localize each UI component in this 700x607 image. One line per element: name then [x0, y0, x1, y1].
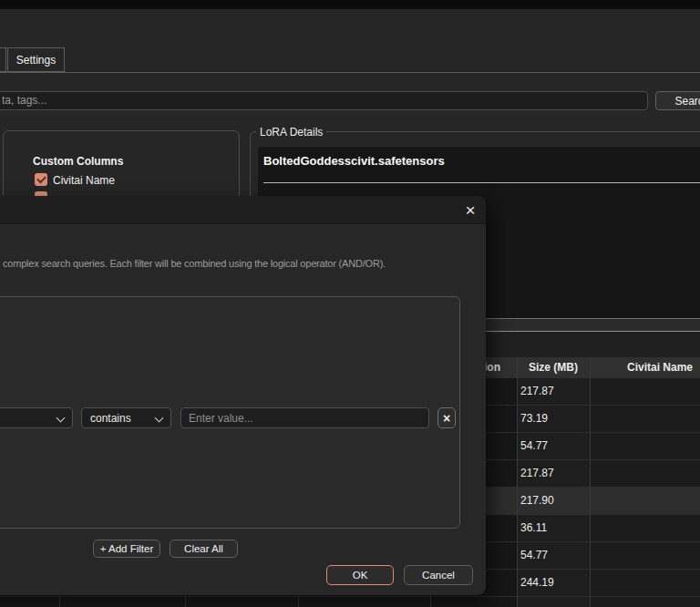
filter-operator-select[interactable]: contains: [81, 407, 171, 428]
filter-value-input[interactable]: [180, 407, 429, 428]
filter-column-select[interactable]: [0, 407, 73, 428]
app-window: Settings ta, tags... Search Custom Colum…: [0, 0, 700, 607]
table-cell-size: 54.77: [520, 433, 548, 459]
custom-columns-title: Custom Columns: [33, 155, 123, 168]
table-cell-size: 217.90: [520, 488, 554, 514]
chevron-down-icon: [155, 414, 164, 423]
tab-settings-label: Settings: [16, 54, 56, 67]
window-top-edge: [0, 0, 700, 9]
checkbox-civitai-name[interactable]: [35, 173, 47, 186]
ok-button[interactable]: OK: [326, 565, 394, 585]
grid-line: [590, 357, 591, 607]
check-icon: [36, 174, 46, 184]
search-button[interactable]: Search: [655, 91, 700, 110]
tab-partial[interactable]: [0, 47, 6, 72]
search-input[interactable]: [0, 91, 648, 110]
table-cell-size: 73.19: [520, 406, 548, 432]
tab-bar-divider: [0, 72, 700, 73]
table-cell-size: 244.19: [520, 570, 554, 596]
grid-line: [517, 357, 518, 607]
filter-dialog: × complex search queries. Each filter wi…: [0, 196, 486, 595]
header-civitai-name[interactable]: Civitai Name: [590, 357, 693, 378]
lora-details-legend: LoRA Details: [256, 126, 326, 139]
remove-filter-icon[interactable]: ×: [438, 407, 456, 428]
dialog-title-bar[interactable]: [0, 196, 486, 224]
table-cell-size: 36.11: [520, 515, 547, 541]
close-icon[interactable]: ×: [460, 200, 480, 220]
table-cell-size: 217.87: [520, 378, 554, 405]
table-cell-size: 54.77: [520, 542, 548, 569]
lora-separator: [263, 182, 700, 183]
search-placeholder: ta, tags...: [2, 94, 46, 107]
header-version[interactable]: ion: [484, 357, 500, 378]
dialog-description: complex search queries. Each filter will…: [3, 258, 386, 269]
clear-all-button[interactable]: Clear All: [170, 540, 238, 558]
tab-settings[interactable]: Settings: [7, 47, 65, 72]
table-cell-size: 217.87: [520, 460, 554, 487]
search-button-label: Search: [674, 95, 700, 108]
cancel-button[interactable]: Cancel: [404, 565, 473, 585]
checkbox-civitai-name-label: Civitai Name: [53, 174, 115, 187]
header-size[interactable]: Size (MB): [517, 357, 590, 378]
add-filter-button[interactable]: + Add Filter: [93, 540, 160, 558]
lora-filename: BoltedGoddesscivit.safetensors: [263, 154, 445, 168]
chevron-down-icon: [57, 414, 66, 423]
filter-operator-value: contains: [90, 412, 131, 425]
